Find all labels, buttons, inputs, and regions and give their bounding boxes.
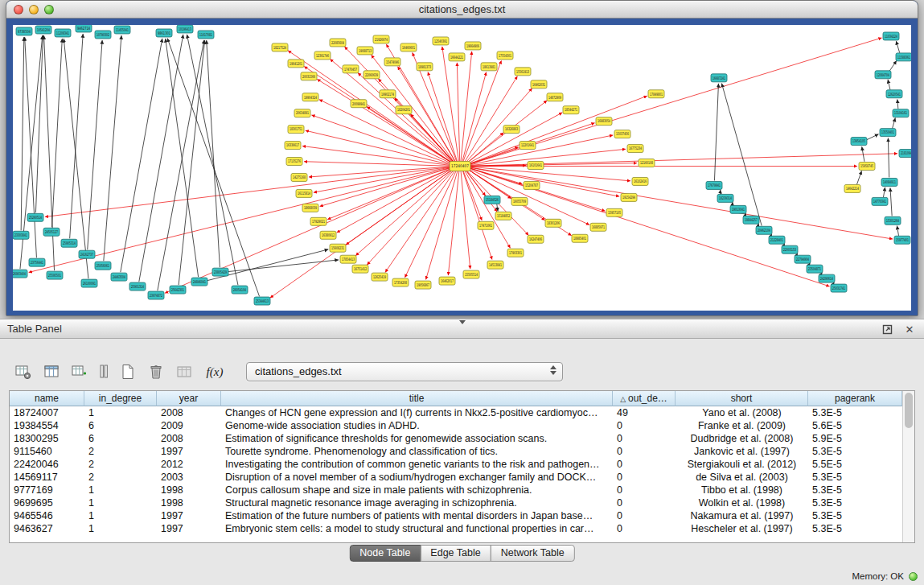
graph-node[interactable]: 15505514 <box>463 270 479 278</box>
column-header-name[interactable]: name <box>10 391 84 406</box>
graph-node[interactable]: 17470457 <box>343 65 359 73</box>
graph-edge[interactable] <box>25 37 37 257</box>
graph-node[interactable]: 16751412 <box>352 265 368 273</box>
graph-edge[interactable] <box>468 167 630 181</box>
graph-node[interactable]: 18217524 <box>272 43 288 51</box>
graph-node[interactable]: 19904324 <box>302 93 318 101</box>
graph-node[interactable]: 14084911 <box>881 178 897 186</box>
graph-node[interactable]: 15608231 <box>330 244 346 252</box>
graph-node[interactable]: 16462017 <box>439 277 455 285</box>
column-header-short[interactable]: short <box>676 391 808 406</box>
graph-edge[interactable] <box>166 39 199 277</box>
create-column-icon[interactable] <box>69 362 90 381</box>
graph-node[interactable]: 23303841 <box>13 231 29 239</box>
graph-node[interactable]: 22794904 <box>795 255 811 263</box>
graph-node[interactable]: 15561913 <box>515 68 531 76</box>
graph-edge[interactable] <box>888 138 889 178</box>
graph-edge[interactable] <box>457 63 459 162</box>
graph-edge[interactable] <box>497 204 498 211</box>
graph-node[interactable]: 15184526 <box>484 196 500 204</box>
graph-edge[interactable] <box>462 171 492 259</box>
graph-node[interactable]: 16380912 <box>320 231 336 239</box>
graph-node[interactable]: 15958745 <box>859 163 875 171</box>
graph-node[interactable]: 26100091 <box>81 279 97 287</box>
graph-node[interactable]: 14642214 <box>844 184 860 192</box>
graph-node[interactable]: 25260514 <box>27 213 43 221</box>
close-window-button[interactable] <box>14 5 23 14</box>
graph-node[interactable]: 19844257 <box>743 216 759 224</box>
table-scrollbar[interactable] <box>902 391 914 542</box>
graph-edge[interactable] <box>468 135 613 165</box>
import-table-icon[interactable] <box>174 362 195 381</box>
graph-node[interactable]: 14275168 <box>291 173 307 181</box>
graph-node[interactable]: 11588361 <box>896 53 911 61</box>
graph-node[interactable]: 20634891 <box>294 109 310 117</box>
graph-node[interactable]: 12160108 <box>639 159 655 167</box>
graph-edge[interactable] <box>35 35 43 212</box>
graph-node[interactable]: 12540391 <box>433 37 449 45</box>
graph-node[interactable]: 24846041 <box>191 278 207 286</box>
graph-edge[interactable] <box>330 59 454 163</box>
graph-node[interactable]: 17679941 <box>706 181 722 189</box>
graph-node[interactable]: 16247406 <box>528 235 544 243</box>
graph-node[interactable]: 16336617 <box>285 142 301 150</box>
graph-node[interactable]: 18301206 <box>545 219 561 227</box>
graph-edge[interactable] <box>888 80 890 90</box>
table-row[interactable]: 911546021997Tourette syndrome. Phenomeno… <box>10 445 902 458</box>
graph-node[interactable]: 21228401 <box>769 236 785 244</box>
graph-node[interactable]: 10196413 <box>177 25 193 33</box>
graph-node[interactable]: 19154294 <box>621 193 637 201</box>
graph-edge[interactable] <box>466 170 498 212</box>
graph-node[interactable]: 17854413 <box>340 255 356 263</box>
graph-node[interactable]: 22060639 <box>363 71 380 79</box>
graph-node[interactable]: 12084704 <box>875 71 891 79</box>
graph-node[interactable]: 14770341 <box>872 197 888 205</box>
graph-node[interactable]: 15977401 <box>894 236 910 244</box>
graph-node[interactable]: 19013041 <box>730 205 746 213</box>
scrollbar-thumb[interactable] <box>905 393 913 428</box>
graph-edge[interactable] <box>468 167 893 239</box>
graph-node[interactable]: 10790302 <box>95 31 111 39</box>
graph-edge[interactable] <box>883 187 885 197</box>
graph-node[interactable]: 18239314 <box>717 194 733 202</box>
graph-edge[interactable] <box>314 167 452 193</box>
graph-edge[interactable] <box>158 40 204 290</box>
graph-node[interactable]: 17135276 <box>286 158 302 166</box>
graph-node[interactable]: 19056867 <box>415 281 431 289</box>
graph-node[interactable]: 17354208 <box>392 278 409 286</box>
tab-network-table[interactable]: Network Table <box>491 545 575 562</box>
graph-node[interactable]: 18613981 <box>481 63 497 71</box>
graph-node[interactable]: 9738504 <box>16 27 32 35</box>
graph-edge[interactable] <box>319 100 453 164</box>
graph-node[interactable]: 15957105 <box>606 208 622 216</box>
graph-edge[interactable] <box>165 168 453 293</box>
graph-node[interactable]: 19088713 <box>357 47 373 55</box>
graph-edge[interactable] <box>320 167 453 206</box>
graph-node[interactable]: 12625419 <box>372 273 388 281</box>
graph-edge[interactable] <box>893 117 896 128</box>
graph-node[interactable]: 12201641 <box>519 142 536 150</box>
graph-edge[interactable] <box>385 170 455 272</box>
graph-node[interactable]: 21810941 <box>899 150 911 158</box>
graph-node[interactable]: 11455041 <box>114 26 130 34</box>
graph-node[interactable]: 24290614 <box>819 274 835 282</box>
table-row[interactable]: 2242004622012Investigating the contribut… <box>10 458 902 471</box>
graph-node[interactable]: 14513841 <box>487 261 503 269</box>
graph-node[interactable]: 25901314 <box>129 282 146 290</box>
graph-node[interactable]: 19902174 <box>380 90 396 98</box>
graph-edge[interactable] <box>897 226 898 236</box>
graph-node[interactable]: 15301264 <box>885 216 901 225</box>
graph-edge[interactable] <box>448 171 459 275</box>
graph-node[interactable]: 24505127 <box>43 228 60 236</box>
graph-node[interactable]: 16101641 <box>528 162 544 170</box>
column-header-title[interactable]: title <box>221 391 613 406</box>
table-row[interactable]: 1872400712008Changes of HCN gene express… <box>10 406 902 419</box>
graph-node[interactable]: 16687241 <box>711 74 727 82</box>
graph-node[interactable]: 12391746 <box>314 51 331 60</box>
graph-edge[interactable] <box>367 170 454 265</box>
graph-edge[interactable] <box>121 39 162 272</box>
graph-node[interactable]: 18301751 <box>288 126 304 134</box>
close-panel-icon[interactable]: ✕ <box>903 323 916 336</box>
graph-node[interactable]: 17903301 <box>507 249 524 257</box>
graph-edge[interactable] <box>21 37 24 230</box>
